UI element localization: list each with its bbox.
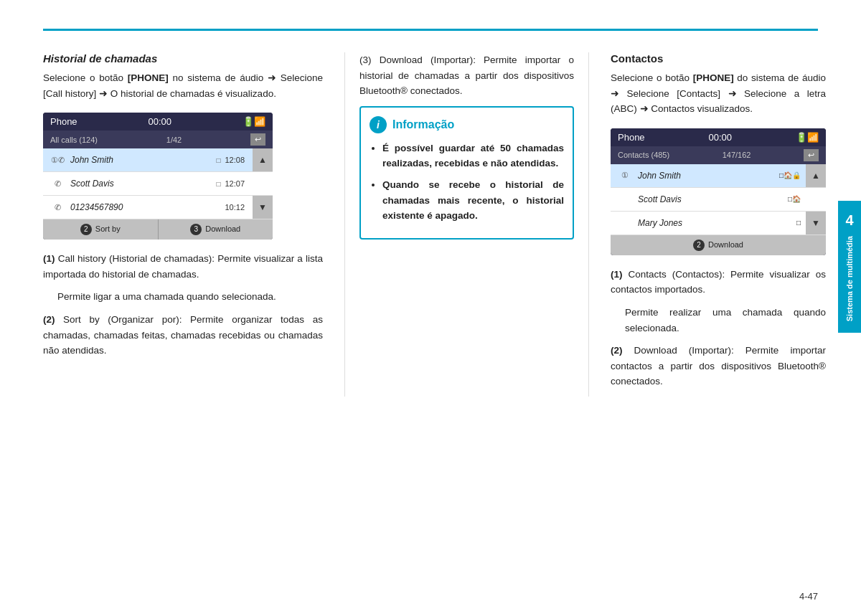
call-time-2: 12:07: [225, 179, 245, 188]
scroll-down-btn[interactable]: ▼: [253, 196, 273, 219]
call-icon-3: ✆: [50, 200, 65, 214]
phone-footer-right: 2 Download: [611, 235, 826, 255]
phone-icons-right: 🔋📶: [796, 132, 819, 143]
right-intro-text: Selecione o botão [PHONE] do sistema de …: [611, 70, 826, 117]
phone-body-right: ① John Smith □🏠🔒 ▲ Scott Davis □🏠 Mar: [611, 164, 826, 235]
phone-title-right: Phone: [618, 132, 645, 143]
call-device-1: □: [216, 156, 220, 164]
left-intro-text: Selecione o botão [PHONE] no sistema de …: [43, 70, 323, 101]
download-btn-left[interactable]: 3 Download: [159, 219, 273, 240]
info-icon: i: [370, 116, 387, 133]
contact-name-1: John Smith: [638, 171, 779, 181]
call-time-3: 10:12: [225, 203, 245, 212]
contact-row-2[interactable]: Scott Davis □🏠: [611, 188, 826, 212]
download-annotation-left: 3: [190, 224, 202, 235]
call-icon-2: ✆: [50, 176, 65, 191]
sort-by-label: Sort by: [95, 224, 121, 233]
contact-name-2: Scott Davis: [638, 194, 788, 204]
call-device-2: □: [216, 180, 220, 188]
mid-column: (3) Download (Importar): Permite importa…: [344, 52, 588, 397]
contacts-sub-1: Permite realizar uma chamada quando sele…: [625, 305, 826, 336]
call-row-2[interactable]: ✆ Scott Davis □ 12:07: [43, 172, 273, 196]
contact-name-3: Mary Jones: [638, 218, 796, 228]
info-item-2: Quando se recebe o historial de chamadas…: [382, 177, 564, 224]
page-number: 4-47: [799, 591, 818, 602]
contact-icons-3: □: [796, 219, 801, 227]
right-section-title: Contactos: [611, 52, 826, 65]
call-name-1: John Smith: [70, 155, 216, 165]
contacts-count: Contacts (485): [618, 151, 669, 159]
back-button-right[interactable]: ↩: [804, 149, 819, 161]
contact-row-3[interactable]: Mary Jones □ ▼: [611, 212, 826, 235]
top-border-line: [43, 29, 818, 31]
call-history-item-1: (1) Call history (Historial de chamadas)…: [43, 251, 323, 282]
phone-header-left: Phone 00:00 🔋📶: [43, 113, 273, 131]
phone-screen-right: Phone 00:00 🔋📶 Contacts (485) 147/162 ↩ …: [611, 128, 826, 255]
contacts-page: 147/162: [723, 151, 751, 159]
contact-icon-1: ①: [618, 169, 632, 183]
scroll-side-contact-down: ▼: [806, 212, 826, 234]
left-column: Historial de chamadas Selecione o botão …: [43, 52, 344, 397]
sort-by-btn[interactable]: 2 Sort by: [43, 219, 159, 240]
info-box: i Informação É possível guardar até 50 c…: [359, 106, 574, 240]
back-button-left[interactable]: ↩: [250, 133, 265, 146]
download-item-3: (3) Download (Importar): Permite importa…: [359, 52, 574, 99]
call-history-sub-1: Permite ligar a uma chamada quando selec…: [57, 289, 323, 305]
scroll-side-3: ▼: [253, 196, 273, 219]
phone-screen-left: Phone 00:00 🔋📶 All calls (124) 1/42 ↩ ①✆…: [43, 113, 273, 240]
contact-icons-2: □🏠: [788, 195, 801, 203]
scroll-side-1: ▲: [253, 148, 273, 171]
phone-icons-left: 🔋📶: [243, 116, 265, 127]
info-box-label: Informação: [392, 118, 454, 131]
info-box-list: É possível guardar até 50 chamadas reali…: [370, 141, 564, 224]
sidebar-tab: 4 Sistema de multimédia: [838, 201, 861, 333]
call-time-1: 12:08: [225, 156, 245, 164]
contact-icon-3: [618, 216, 632, 230]
contact-row-1[interactable]: ① John Smith □🏠🔒 ▲: [611, 164, 826, 188]
contacts-item-2: (2) Download (Importar): Permite importa…: [611, 343, 826, 389]
phone-footer-left: 2 Sort by 3 Download: [43, 219, 273, 240]
call-row-3[interactable]: ✆ 01234567890 10:12 ▼: [43, 196, 273, 219]
info-box-title: i Informação: [370, 116, 564, 133]
phone-header-right: Phone 00:00 🔋📶: [611, 128, 826, 146]
scroll-side-contact-up: ▲: [806, 164, 826, 187]
phone-all-calls: All calls (124): [50, 136, 98, 144]
phone-time-left: 00:00: [149, 116, 172, 127]
call-history-item-2: (2) Sort by (Organizar por): Permite org…: [43, 312, 323, 359]
download-label-left: Download: [205, 224, 240, 233]
download-annotation-right: 2: [693, 240, 705, 251]
sidebar-label: Sistema de multimédia: [845, 236, 854, 321]
left-section-title: Historial de chamadas: [43, 52, 323, 65]
phone-time-right: 00:00: [709, 132, 733, 143]
call-row-1[interactable]: ①✆ John Smith □ 12:08 ▲: [43, 148, 273, 172]
contact-icons-1: □🏠🔒: [779, 171, 801, 179]
download-btn-right[interactable]: 2 Download: [611, 235, 826, 255]
phone-body-left: ①✆ John Smith □ 12:08 ▲ ✆ Scott Davis □ …: [43, 148, 273, 219]
phone-subheader-left: All calls (124) 1/42 ↩: [43, 131, 273, 148]
phone-page-count: 1/42: [166, 136, 182, 144]
contact-icon-2: [618, 192, 632, 207]
contact-scroll-down[interactable]: ▼: [806, 212, 826, 234]
download-label-right: Download: [708, 240, 743, 249]
phone-title-left: Phone: [50, 116, 77, 127]
scroll-up-btn[interactable]: ▲: [253, 148, 273, 171]
call-icon-1: ①✆: [50, 153, 65, 167]
contacts-item-1: (1) Contacts (Contactos): Permite visual…: [611, 267, 826, 298]
sort-annotation: 2: [80, 224, 92, 235]
info-item-1: É possível guardar até 50 chamadas reali…: [382, 141, 564, 171]
contact-scroll-up[interactable]: ▲: [806, 164, 826, 187]
phone-subheader-right: Contacts (485) 147/162 ↩: [611, 146, 826, 164]
call-name-2: Scott Davis: [70, 179, 216, 189]
call-name-3: 01234567890: [70, 202, 220, 212]
right-column: Contactos Selecione o botão [PHONE] do s…: [588, 52, 826, 397]
sidebar-number: 4: [845, 212, 853, 229]
